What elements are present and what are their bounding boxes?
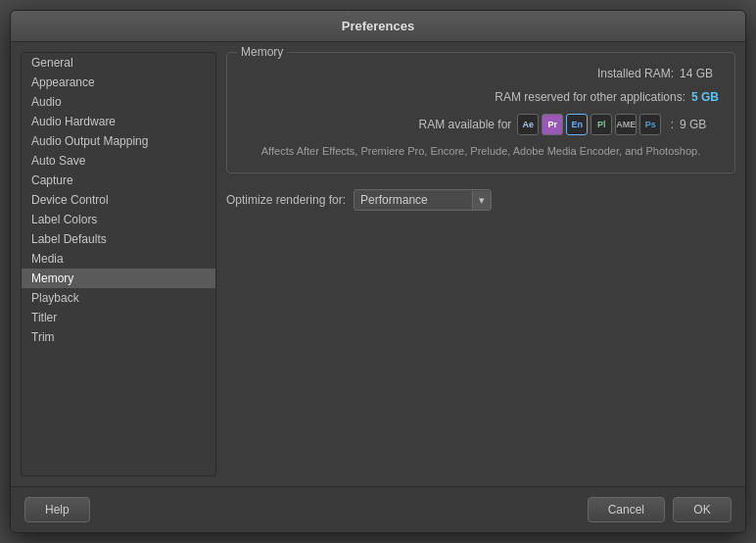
sidebar-item-memory[interactable]: Memory bbox=[22, 269, 215, 288]
colon: : bbox=[667, 118, 674, 131]
main-content: GeneralAppearanceAudioAudio HardwareAudi… bbox=[11, 42, 745, 486]
title-bar: Preferences bbox=[11, 11, 745, 42]
installed-ram-row: Installed RAM: 14 GB bbox=[243, 67, 719, 80]
sidebar-item-audio[interactable]: Audio bbox=[22, 92, 215, 112]
ram-available-row: RAM available for AePrEnPlAMEPs : 9 GB bbox=[243, 114, 719, 135]
sidebar-item-label-defaults[interactable]: Label Defaults bbox=[22, 229, 215, 249]
ok-button[interactable]: OK bbox=[673, 497, 732, 522]
sidebar-item-auto-save[interactable]: Auto Save bbox=[22, 151, 215, 171]
sidebar-item-audio-output-mapping[interactable]: Audio Output Mapping bbox=[22, 131, 215, 151]
select-arrow-icon[interactable] bbox=[472, 191, 491, 210]
sidebar-item-device-control[interactable]: Device Control bbox=[22, 190, 215, 210]
sidebar-item-appearance[interactable]: Appearance bbox=[22, 73, 215, 92]
optimize-label: Optimize rendering for: bbox=[226, 193, 346, 207]
sidebar-item-audio-hardware[interactable]: Audio Hardware bbox=[22, 112, 215, 131]
sidebar-item-capture[interactable]: Capture bbox=[22, 171, 215, 190]
bottom-bar: Help Cancel OK bbox=[11, 486, 745, 532]
sidebar-item-general[interactable]: General bbox=[22, 53, 215, 73]
ame-icon: AME bbox=[615, 114, 637, 135]
optimize-row: Optimize rendering for: PerformanceMemor… bbox=[226, 185, 735, 215]
sidebar: GeneralAppearanceAudioAudio HardwareAudi… bbox=[21, 52, 216, 476]
cancel-button[interactable]: Cancel bbox=[588, 497, 665, 522]
en-icon: En bbox=[566, 114, 588, 135]
sidebar-item-media[interactable]: Media bbox=[22, 249, 215, 269]
optimize-select[interactable]: PerformanceMemory bbox=[354, 190, 472, 210]
ram-reserved-row: RAM reserved for other applications: 5 G… bbox=[243, 90, 719, 104]
sidebar-item-titler[interactable]: Titler bbox=[22, 308, 215, 327]
dialog-title: Preferences bbox=[342, 19, 414, 33]
ps-icon: Ps bbox=[639, 114, 661, 135]
memory-group-legend: Memory bbox=[237, 45, 287, 59]
installed-ram-value: 14 GB bbox=[680, 67, 719, 80]
ram-available-value: 9 GB bbox=[680, 118, 719, 131]
sidebar-item-playback[interactable]: Playback bbox=[22, 288, 215, 308]
pl-icon: Pl bbox=[591, 114, 612, 135]
ram-reserved-label: RAM reserved for other applications: bbox=[495, 90, 685, 104]
installed-ram-label: Installed RAM: bbox=[597, 67, 674, 80]
pr-icon: Pr bbox=[542, 114, 563, 135]
ram-available-label: RAM available for bbox=[419, 118, 512, 131]
app-icons-row: AePrEnPlAMEPs bbox=[517, 114, 661, 135]
sidebar-item-label-colors[interactable]: Label Colors bbox=[22, 210, 215, 229]
sidebar-item-trim[interactable]: Trim bbox=[22, 327, 215, 347]
preferences-dialog: Preferences GeneralAppearanceAudioAudio … bbox=[10, 10, 746, 533]
right-panel: Memory Installed RAM: 14 GB RAM reserved… bbox=[226, 52, 735, 476]
optimize-select-wrapper[interactable]: PerformanceMemory bbox=[354, 189, 492, 211]
help-button[interactable]: Help bbox=[24, 497, 90, 522]
affects-text: Affects After Effects, Premiere Pro, Enc… bbox=[243, 145, 719, 157]
memory-group: Memory Installed RAM: 14 GB RAM reserved… bbox=[226, 52, 735, 173]
ram-reserved-value: 5 GB bbox=[691, 90, 719, 104]
ae-icon: Ae bbox=[517, 114, 539, 135]
